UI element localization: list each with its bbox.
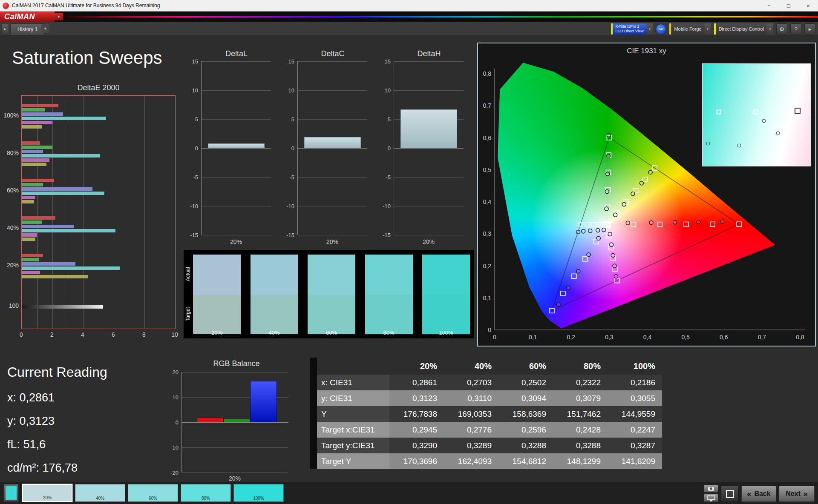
next-button[interactable]: Next »	[779, 486, 815, 502]
calman-logo[interactable]: CalMAN	[0, 11, 55, 22]
logo-menu-caret-icon[interactable]: ▾	[55, 13, 63, 20]
swatch-column-label: 100%	[422, 329, 470, 336]
display-control-name: Direct Display Control	[719, 26, 764, 32]
cie-x-tick: 0,4	[643, 334, 652, 341]
table-value-cell: 0,2247	[608, 422, 662, 438]
table-row: Target Y170,3696162,4093154,6812148,1299…	[310, 453, 662, 469]
delta-bar	[208, 143, 265, 148]
gridline	[298, 148, 367, 149]
table-edge-strip	[310, 422, 317, 438]
deltae-bar-group	[22, 216, 175, 242]
table-value-cell: 158,6369	[498, 406, 553, 422]
minimize-button[interactable]: −	[759, 0, 779, 11]
table-value-cell: 0,2703	[444, 375, 498, 390]
swatch-tile: 20%	[193, 255, 241, 338]
cie-x-tick: 0,8	[796, 334, 804, 341]
maximize-button[interactable]: □	[779, 0, 798, 11]
title-bar: CalMAN 2017 CalMAN Ultimate for Business…	[0, 0, 818, 11]
cie-target-red	[657, 222, 662, 227]
table-edge-strip	[310, 453, 317, 469]
cie-y-tick: 0,2	[483, 263, 492, 269]
table-value-cell: 0,3094	[498, 390, 553, 406]
cie-target-cyan	[605, 222, 609, 227]
add-tab-button[interactable]: +	[41, 24, 49, 33]
inset-measured-circle	[706, 142, 710, 146]
deltae-x-axis: 0246810	[21, 331, 175, 339]
y-tick-label: 5	[291, 116, 294, 123]
patch-swatch-100%[interactable]: 100%	[233, 484, 284, 502]
cie-y-tick: 0	[488, 326, 491, 333]
y-tick-label: 5	[388, 116, 391, 123]
gridline	[202, 177, 271, 178]
tab-scroll-button[interactable]: ▸	[1, 24, 9, 34]
page-title: Saturation Sweeps	[12, 48, 162, 68]
current-patch-indicator[interactable]	[3, 484, 19, 502]
cie-measured-blue	[576, 269, 580, 273]
gear-icon[interactable]: ⚙	[776, 23, 787, 34]
gridline	[298, 235, 367, 235]
help-button[interactable]: ?	[790, 23, 801, 34]
display-button[interactable]	[704, 494, 718, 502]
rgb-plot-area	[181, 372, 288, 472]
deltae-bar-cyan	[22, 117, 106, 120]
chevron-down-icon[interactable]: ▾	[767, 23, 773, 34]
camera-button[interactable]	[704, 485, 718, 493]
deltae-plot-area	[21, 95, 176, 329]
y-tick-label: -5	[193, 174, 198, 180]
current-reading-block: Current Reading x: 0,2861 y: 0,3123 fL: …	[7, 364, 107, 485]
cie-measured-yellow	[614, 213, 617, 217]
inset-measured-circle	[776, 132, 780, 135]
patch-swatch-40%[interactable]: 40%	[75, 484, 125, 502]
cie-measured-magenta	[610, 243, 614, 246]
y-tick-label: 0	[195, 145, 198, 152]
cie-measured-blue	[566, 286, 570, 290]
stop-measure-button[interactable]	[721, 486, 739, 502]
expand-panel-button[interactable]: ▸	[804, 23, 815, 34]
patch-swatch-60%[interactable]: 60%	[128, 484, 178, 502]
deltac-chart: DeltaC 151050-5-10-15 20%	[284, 49, 369, 249]
source-select-button[interactable]: Mobile Forge ▾	[669, 23, 711, 34]
current-reading-fl: fL: 51,6	[7, 438, 107, 451]
chevron-down-icon[interactable]: ▾	[646, 23, 653, 34]
deltah-chart-title: DeltaH	[380, 49, 465, 58]
meter-select-button[interactable]: X-Rite i1Pro 2 LCD Direct View ▾	[611, 23, 653, 34]
display-control-button[interactable]: Direct Display Control ▾	[714, 23, 773, 34]
close-button[interactable]: ×	[798, 0, 818, 11]
y-tick-label: 15	[385, 58, 391, 65]
swatch-column-label: 20%	[193, 329, 241, 336]
back-button[interactable]: « Back	[741, 486, 776, 502]
table-edge-strip	[310, 406, 317, 422]
tab-history-1[interactable]: History 1	[10, 23, 45, 35]
chevron-down-icon[interactable]: ▾	[705, 23, 711, 34]
deltae-bar-green	[22, 220, 42, 224]
meter-status-badge[interactable]: 146	[656, 24, 666, 34]
cie-measured-green	[606, 154, 610, 158]
cie-measured-yellow	[648, 170, 652, 174]
table-row: Target x:CIE310,29450,27760,25960,24280,…	[310, 422, 662, 438]
cie-target-cyan	[591, 222, 596, 227]
table-value-cell: 151,7462	[553, 406, 608, 422]
deltae-bar-magenta	[22, 121, 52, 124]
gridline	[298, 90, 367, 91]
app-icon	[3, 3, 9, 9]
swatch-tile: 60%	[308, 255, 355, 338]
table-header-row: 20%40%60%80%100%	[310, 358, 662, 375]
cie-x-tick: 0,1	[529, 334, 537, 341]
cie-x-tick: 0,3	[605, 334, 614, 341]
deltae-bar-magenta	[22, 196, 35, 199]
patch-swatch-20%[interactable]: 20%	[22, 484, 72, 502]
table-value-cell: 141,6209	[608, 453, 662, 469]
y-tick-label: -10	[170, 444, 179, 451]
table-value-cell: 0,2861	[389, 375, 444, 390]
deltae-bar-red	[22, 254, 43, 257]
y-tick-label: 0	[176, 419, 179, 426]
deltae-group-label: 80%	[7, 149, 19, 156]
gridline	[394, 177, 464, 178]
table-value-cell: 0,3123	[389, 390, 444, 406]
table-row-label: Target Y	[317, 453, 389, 469]
deltal-x-label: 20%	[201, 238, 271, 245]
deltae-y-axis: 100%80%60%40%20%100	[3, 95, 20, 328]
patch-swatch-80%[interactable]: 80%	[181, 484, 231, 502]
deltae-bar-red	[22, 141, 40, 145]
deltae-bar-red	[22, 104, 58, 107]
